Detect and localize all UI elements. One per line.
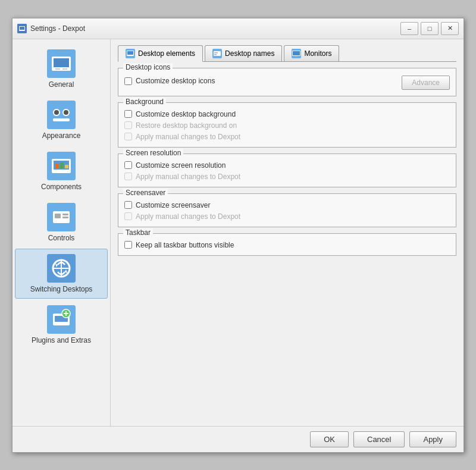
section-background-content: Customize desktop background Restore des… bbox=[124, 110, 450, 141]
apply-manual-res-label: Apply manual changes to Dexpot bbox=[136, 173, 240, 181]
apply-manual-ss-row: Apply manual changes to Dexpot bbox=[124, 212, 450, 221]
monitors-tab-icon bbox=[292, 49, 301, 58]
customize-screensaver-checkbox[interactable] bbox=[124, 201, 132, 209]
keep-taskbar-label[interactable]: Keep all taskbar buttons visible bbox=[136, 241, 234, 249]
section-screensaver-title: Screensaver bbox=[123, 189, 168, 197]
customize-bg-row: Customize desktop background bbox=[124, 110, 450, 118]
controls-icon bbox=[47, 203, 76, 231]
keep-taskbar-checkbox[interactable] bbox=[124, 241, 132, 249]
sidebar-item-switching-label: Switching Desktops bbox=[30, 285, 93, 293]
svg-rect-22 bbox=[55, 214, 61, 218]
svg-rect-23 bbox=[62, 214, 68, 215]
sidebar-item-appearance[interactable]: Appearance bbox=[15, 95, 108, 145]
section-desktop-icons-title: Desktop icons bbox=[123, 63, 173, 71]
apply-manual-bg-checkbox[interactable] bbox=[124, 133, 132, 140]
settings-window: Settings - Dexpot – □ ✕ bbox=[12, 18, 464, 453]
window-controls: – □ ✕ bbox=[400, 22, 459, 35]
section-taskbar: Taskbar Keep all taskbar buttons visible bbox=[118, 233, 456, 256]
window-title: Settings - Dexpot bbox=[30, 24, 400, 33]
sidebar-item-appearance-label: Appearance bbox=[42, 131, 81, 140]
apply-manual-ss-checkbox[interactable] bbox=[124, 212, 132, 220]
section-desktop-icons-content: Customize desktop icons Advance bbox=[124, 76, 450, 90]
switching-icon bbox=[47, 254, 76, 283]
svg-rect-19 bbox=[65, 165, 68, 168]
customize-icons-checkbox[interactable] bbox=[124, 77, 132, 85]
section-screen-resolution-title: Screen resolution bbox=[123, 149, 183, 157]
section-screensaver: Screensaver Customize screensaver Apply … bbox=[118, 193, 456, 227]
svg-rect-6 bbox=[55, 68, 60, 70]
main-panel: Desktop elements Desktop names bbox=[111, 39, 464, 426]
section-taskbar-content: Keep all taskbar buttons visible bbox=[124, 241, 450, 249]
svg-rect-7 bbox=[62, 68, 67, 70]
restore-bg-checkbox[interactable] bbox=[124, 121, 132, 129]
apply-button[interactable]: Apply bbox=[409, 431, 456, 447]
section-screen-resolution-content: Customize screen resolution Apply manual… bbox=[124, 161, 450, 181]
section-screensaver-content: Customize screensaver Apply manual chang… bbox=[124, 201, 450, 221]
section-taskbar-title: Taskbar bbox=[123, 228, 153, 237]
svg-rect-17 bbox=[55, 164, 59, 168]
content-area: General Appearance bbox=[12, 39, 464, 426]
sidebar-item-general-label: General bbox=[49, 80, 74, 89]
customize-screensaver-row: Customize screensaver bbox=[124, 201, 450, 209]
apply-manual-res-row: Apply manual changes to Dexpot bbox=[124, 173, 450, 181]
desktop-names-tab-icon bbox=[212, 49, 222, 58]
tab-bar: Desktop elements Desktop names bbox=[118, 45, 456, 62]
svg-rect-48 bbox=[293, 51, 300, 55]
svg-rect-5 bbox=[54, 58, 69, 67]
customize-icons-label[interactable]: Customize desktop icons bbox=[136, 77, 215, 85]
advance-button[interactable]: Advance bbox=[402, 76, 450, 90]
footer: OK Cancel Apply bbox=[12, 426, 464, 452]
apply-manual-res-checkbox[interactable] bbox=[124, 173, 132, 180]
close-button[interactable]: ✕ bbox=[441, 22, 459, 35]
sidebar-item-controls[interactable]: Controls bbox=[15, 198, 108, 247]
maximize-button[interactable]: □ bbox=[421, 22, 439, 35]
svg-rect-43 bbox=[214, 51, 221, 56]
svg-rect-44 bbox=[214, 52, 218, 54]
title-bar: Settings - Dexpot – □ ✕ bbox=[12, 18, 464, 39]
sidebar-item-plugins-label: Plugins and Extras bbox=[32, 336, 91, 344]
svg-rect-45 bbox=[214, 54, 217, 55]
section-background: Background Customize desktop background … bbox=[118, 102, 456, 148]
minimize-button[interactable]: – bbox=[400, 22, 418, 35]
svg-rect-13 bbox=[53, 118, 70, 121]
svg-rect-49 bbox=[295, 56, 298, 57]
ok-button[interactable]: OK bbox=[310, 431, 349, 447]
svg-rect-39 bbox=[127, 51, 133, 55]
keep-taskbar-row: Keep all taskbar buttons visible bbox=[124, 241, 450, 249]
svg-rect-18 bbox=[60, 162, 64, 168]
tab-desktop-names[interactable]: Desktop names bbox=[205, 45, 282, 61]
sidebar-item-switching-desktops[interactable]: Switching Desktops bbox=[15, 249, 108, 299]
tab-desktop-names-label: Desktop names bbox=[225, 49, 274, 58]
customize-bg-checkbox[interactable] bbox=[124, 110, 132, 118]
customize-bg-label[interactable]: Customize desktop background bbox=[136, 110, 236, 118]
cancel-button[interactable]: Cancel bbox=[353, 431, 405, 447]
apply-manual-bg-row: Apply manual changes to Dexpot bbox=[124, 133, 450, 141]
general-icon bbox=[47, 49, 76, 78]
desktop-icons-header-row: Customize desktop icons Advance bbox=[124, 76, 450, 90]
restore-bg-label: Restore desktop background on bbox=[136, 121, 237, 130]
customize-screensaver-label[interactable]: Customize screensaver bbox=[136, 201, 210, 209]
svg-rect-2 bbox=[20, 27, 24, 30]
customize-res-label[interactable]: Customize screen resolution bbox=[136, 161, 226, 170]
svg-point-10 bbox=[54, 110, 59, 115]
svg-rect-40 bbox=[129, 56, 130, 57]
customize-res-checkbox[interactable] bbox=[124, 161, 132, 169]
tab-monitors[interactable]: Monitors bbox=[284, 45, 339, 61]
apply-manual-bg-label: Apply manual changes to Dexpot bbox=[136, 133, 240, 141]
desktop-elements-tab-icon bbox=[126, 49, 135, 58]
section-desktop-icons: Desktop icons Customize desktop icons Ad… bbox=[118, 68, 456, 96]
plugins-icon bbox=[47, 305, 76, 334]
sidebar-item-plugins[interactable]: Plugins and Extras bbox=[15, 300, 108, 350]
tab-desktop-elements-label: Desktop elements bbox=[138, 49, 195, 58]
tab-desktop-elements[interactable]: Desktop elements bbox=[118, 45, 203, 62]
sidebar: General Appearance bbox=[12, 39, 111, 426]
restore-bg-row: Restore desktop background on bbox=[124, 121, 450, 130]
sidebar-item-components[interactable]: Components bbox=[15, 146, 108, 196]
section-background-title: Background bbox=[123, 98, 166, 106]
section-screen-resolution: Screen resolution Customize screen resol… bbox=[118, 153, 456, 187]
svg-rect-24 bbox=[62, 217, 68, 218]
appearance-icon bbox=[47, 101, 76, 129]
apply-manual-ss-label: Apply manual changes to Dexpot bbox=[136, 212, 240, 221]
sidebar-item-general[interactable]: General bbox=[15, 44, 108, 94]
sidebar-item-controls-label: Controls bbox=[48, 234, 75, 242]
